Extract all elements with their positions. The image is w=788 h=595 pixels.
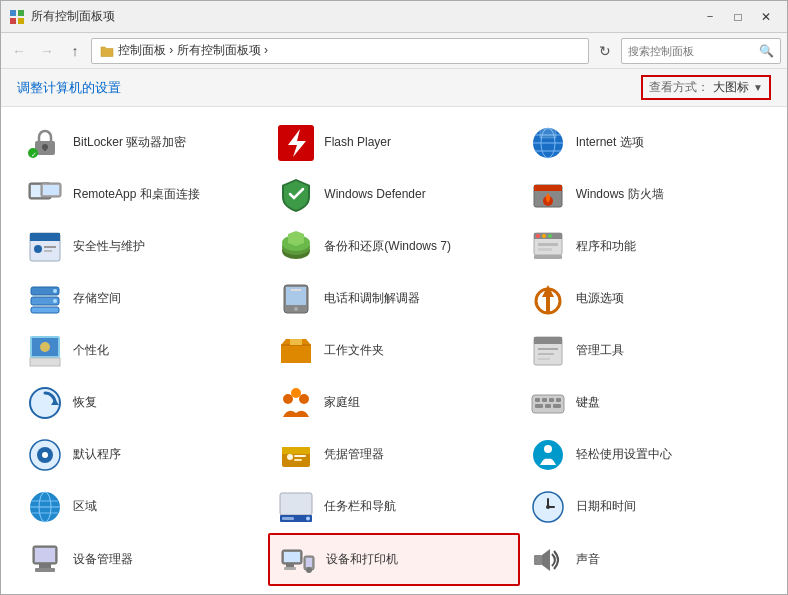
control-item-label-homegroup: 家庭组: [324, 395, 360, 411]
svg-rect-105: [306, 558, 312, 567]
control-item-credentials[interactable]: 凭据管理器: [268, 429, 519, 481]
svg-point-81: [544, 445, 552, 453]
datetime-icon: [530, 489, 566, 525]
title-bar-left: 所有控制面板项: [9, 8, 115, 25]
control-item-device-mgr[interactable]: 设备管理器: [17, 533, 268, 586]
svg-rect-41: [31, 307, 59, 313]
view-dropdown-arrow-icon: ▼: [753, 82, 763, 93]
control-item-label-recovery: 恢复: [73, 395, 97, 411]
view-selector[interactable]: 查看方式： 大图标 ▼: [641, 75, 771, 100]
svg-point-77: [287, 454, 293, 460]
svg-rect-71: [553, 404, 561, 408]
svg-point-80: [533, 440, 563, 470]
control-item-manage[interactable]: 管理工具: [520, 325, 771, 377]
svg-rect-98: [35, 568, 55, 572]
control-item-work[interactable]: 工作文件夹: [268, 325, 519, 377]
refresh-button[interactable]: ↻: [593, 39, 617, 63]
control-item-internet[interactable]: Internet 选项: [520, 117, 771, 169]
svg-rect-102: [284, 567, 296, 570]
svg-rect-47: [291, 289, 301, 291]
control-item-label-keyboard: 键盘: [576, 395, 600, 411]
view-value: 大图标: [713, 79, 749, 96]
control-item-remoteapp[interactable]: RemoteApp 和桌面连接: [17, 169, 268, 221]
close-button[interactable]: ✕: [753, 6, 779, 28]
control-item-label-phone: 电话和调制解调器: [324, 291, 420, 307]
folder-icon: [100, 44, 114, 58]
work-icon: [278, 333, 314, 369]
search-box[interactable]: 🔍: [621, 38, 781, 64]
breadcrumb: 控制面板 › 所有控制面板项 ›: [118, 42, 268, 59]
control-item-region[interactable]: 区域: [17, 481, 268, 533]
back-button[interactable]: ←: [7, 39, 31, 63]
control-item-label-remoteapp: RemoteApp 和桌面连接: [73, 187, 200, 203]
control-item-keyboard[interactable]: 键盘: [520, 377, 771, 429]
control-item-flash[interactable]: Flash Player: [268, 117, 519, 169]
control-item-phone[interactable]: 电话和调制解调器: [268, 273, 519, 325]
control-item-bitlocker[interactable]: ✓BitLocker 驱动器加密: [17, 117, 268, 169]
control-item-default[interactable]: 默认程序: [17, 429, 268, 481]
control-item-label-sound: 声音: [576, 552, 600, 568]
svg-point-63: [291, 388, 301, 398]
svg-rect-66: [542, 398, 547, 402]
control-item-security[interactable]: 安全性与维护: [17, 221, 268, 273]
internet-icon: [530, 125, 566, 161]
device-mgr-icon: [27, 542, 63, 578]
control-panel-icon: [9, 9, 25, 25]
taskbar-icon: [278, 489, 314, 525]
control-item-datetime[interactable]: 日期和时间: [520, 481, 771, 533]
svg-rect-68: [556, 398, 561, 402]
control-item-label-power: 电源选项: [576, 291, 624, 307]
control-item-label-work: 工作文件夹: [324, 343, 384, 359]
control-item-label-storage: 存储空间: [73, 291, 121, 307]
control-item-defender[interactable]: Windows Defender: [268, 169, 519, 221]
control-item-storage[interactable]: 存储空间: [17, 273, 268, 325]
control-item-label-credentials: 凭据管理器: [324, 447, 384, 463]
svg-point-33: [536, 234, 540, 238]
title-bar-controls: － □ ✕: [697, 6, 779, 28]
svg-rect-69: [535, 404, 543, 408]
bitlocker-icon: ✓: [27, 125, 63, 161]
control-item-power[interactable]: 电源选项: [520, 273, 771, 325]
svg-point-61: [283, 394, 293, 404]
control-item-label-ease: 轻松使用设置中心: [576, 447, 672, 463]
control-item-sound[interactable]: 声音: [520, 533, 771, 586]
control-item-label-flash: Flash Player: [324, 135, 391, 151]
control-item-devices[interactable]: 设备和打印机: [268, 533, 519, 586]
toolbar: 调整计算机的设置 查看方式： 大图标 ▼: [1, 69, 787, 107]
up-button[interactable]: ↑: [63, 39, 87, 63]
control-item-homegroup[interactable]: 家庭组: [268, 377, 519, 429]
control-item-backup[interactable]: 备份和还原(Windows 7): [268, 221, 519, 273]
control-item-label-devices: 设备和打印机: [326, 552, 398, 568]
svg-rect-21: [534, 185, 562, 191]
ease-icon: [530, 437, 566, 473]
control-item-label-manage: 管理工具: [576, 343, 624, 359]
svg-rect-76: [282, 447, 310, 454]
control-item-programs[interactable]: 程序和功能: [520, 221, 771, 273]
control-item-personal[interactable]: 个性化: [17, 325, 268, 377]
svg-rect-24: [30, 233, 60, 241]
minimize-button[interactable]: －: [697, 6, 723, 28]
control-item-taskbar[interactable]: 任务栏和导航: [268, 481, 519, 533]
svg-rect-3: [18, 18, 24, 24]
control-item-label-internet: Internet 选项: [576, 135, 644, 151]
svg-point-104: [306, 567, 312, 573]
phone-icon: [278, 281, 314, 317]
recovery-icon: [27, 385, 63, 421]
svg-rect-67: [549, 398, 554, 402]
firewall-icon: [530, 177, 566, 213]
svg-point-46: [294, 307, 298, 311]
address-path[interactable]: 控制面板 › 所有控制面板项 ›: [91, 38, 589, 64]
control-item-label-backup: 备份和还原(Windows 7): [324, 239, 451, 255]
control-item-label-personal: 个性化: [73, 343, 109, 359]
control-item-recovery[interactable]: 恢复: [17, 377, 268, 429]
svg-rect-53: [290, 339, 302, 345]
title-bar: 所有控制面板项 － □ ✕: [1, 1, 787, 33]
control-item-firewall[interactable]: Windows 防火墙: [520, 169, 771, 221]
maximize-button[interactable]: □: [725, 6, 751, 28]
control-item-label-defender: Windows Defender: [324, 187, 425, 203]
forward-button[interactable]: →: [35, 39, 59, 63]
personal-icon: [27, 333, 63, 369]
search-input[interactable]: [628, 45, 755, 57]
control-item-ease[interactable]: 轻松使用设置中心: [520, 429, 771, 481]
svg-point-34: [542, 234, 546, 238]
